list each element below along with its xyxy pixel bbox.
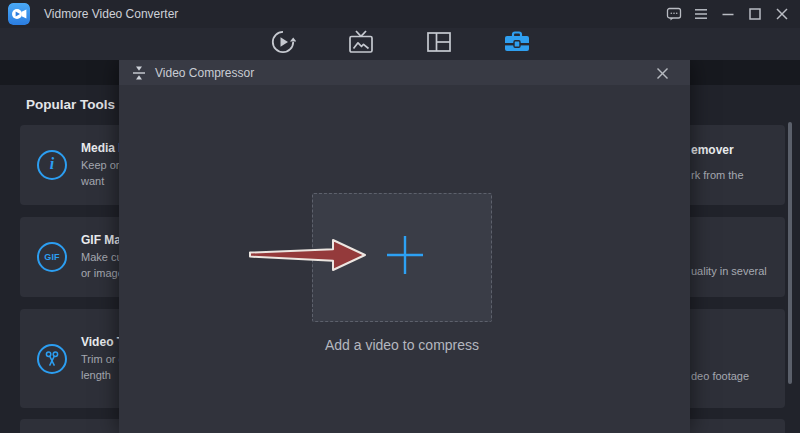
dialog-close-icon[interactable] — [654, 65, 670, 81]
window-controls — [666, 0, 790, 28]
add-video-dropzone[interactable] — [312, 193, 492, 322]
menu-icon[interactable] — [693, 6, 709, 22]
gif-icon: GIF — [37, 242, 67, 272]
dialog-title: Video Compressor — [155, 66, 254, 80]
feedback-icon[interactable] — [666, 6, 682, 22]
main-navbar — [0, 28, 800, 60]
info-icon: i — [37, 150, 67, 180]
tab-toolbox[interactable] — [503, 30, 531, 58]
tool-title: emover — [691, 143, 734, 157]
app-window: Vidmore Video Converter — [0, 0, 800, 433]
maximize-icon[interactable] — [747, 6, 763, 22]
info-glyph: i — [50, 155, 54, 173]
close-icon[interactable] — [774, 6, 790, 22]
app-logo-icon — [8, 3, 30, 25]
tab-mv[interactable] — [347, 30, 375, 58]
tool-desc-line: deo footage — [691, 370, 749, 382]
video-compressor-dialog: Video Compressor Add a video to compress — [119, 60, 690, 433]
window-title: Vidmore Video Converter — [44, 7, 178, 21]
titlebar: Vidmore Video Converter — [0, 0, 800, 28]
minimize-icon[interactable] — [720, 6, 736, 22]
dialog-header: Video Compressor — [119, 60, 690, 85]
converter-icon — [270, 29, 296, 59]
vertical-scrollbar-thumb[interactable] — [788, 122, 792, 384]
tab-converter[interactable] — [269, 30, 297, 58]
gif-glyph: GIF — [44, 252, 60, 262]
scissors-icon — [37, 344, 67, 374]
dropzone-hint: Add a video to compress — [252, 337, 552, 353]
compress-icon — [132, 66, 146, 80]
collage-icon — [427, 32, 451, 56]
popular-tools-heading: Popular Tools — [26, 97, 115, 112]
tool-desc-line: rk from the — [691, 169, 744, 181]
toolbox-icon — [503, 30, 531, 58]
mv-icon — [348, 30, 374, 58]
tab-collage[interactable] — [425, 30, 453, 58]
tool-desc-line: uality in several — [691, 265, 767, 277]
